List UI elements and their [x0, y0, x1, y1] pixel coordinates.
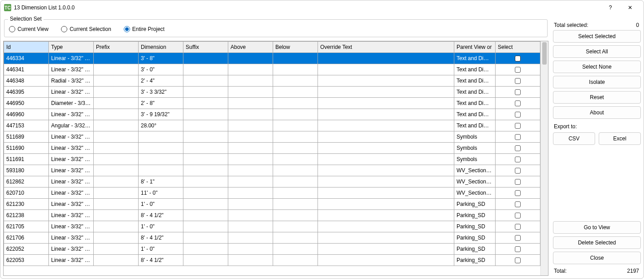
- checkbox-icon[interactable]: [515, 112, 521, 118]
- cell-select[interactable]: [496, 221, 540, 232]
- cell-parent[interactable]: Text and Dimen...: [454, 120, 496, 131]
- cell-prefix[interactable]: [94, 98, 139, 109]
- cell-id[interactable]: 621230: [4, 199, 49, 210]
- close-button[interactable]: Close: [553, 252, 641, 264]
- cell-dimension[interactable]: 11' - 0": [139, 187, 183, 199]
- cell-above[interactable]: [228, 221, 273, 232]
- checkbox-icon[interactable]: [515, 89, 521, 95]
- cell-parent[interactable]: Text and Dimen...: [454, 64, 496, 75]
- cell-suffix[interactable]: [183, 165, 228, 176]
- cell-above[interactable]: [228, 64, 273, 75]
- cell-suffix[interactable]: [183, 154, 228, 165]
- cell-select[interactable]: [496, 64, 540, 75]
- col-header-type[interactable]: Type: [49, 42, 94, 53]
- cell-select[interactable]: [496, 98, 540, 109]
- cell-suffix[interactable]: [183, 187, 228, 199]
- cell-below[interactable]: [273, 154, 318, 165]
- cell-override[interactable]: [318, 53, 454, 64]
- cell-select[interactable]: [496, 244, 540, 255]
- vertical-scrollbar[interactable]: [540, 41, 548, 275]
- cell-select[interactable]: [496, 165, 540, 176]
- cell-id[interactable]: 447153: [4, 120, 49, 131]
- table-row[interactable]: 446334Linear - 3/32" Tr...3' - 8"Text an…: [4, 53, 540, 64]
- cell-above[interactable]: [228, 143, 273, 154]
- col-header-select[interactable]: Select: [496, 42, 540, 53]
- cell-suffix[interactable]: [183, 75, 228, 87]
- cell-suffix[interactable]: [183, 221, 228, 232]
- checkbox-icon[interactable]: [515, 235, 521, 241]
- delete-selected-button[interactable]: Delete Selected: [553, 236, 641, 249]
- col-header-dimension[interactable]: Dimension: [139, 42, 183, 53]
- cell-dimension[interactable]: 3' - 3 3/32": [139, 87, 183, 98]
- cell-above[interactable]: [228, 244, 273, 255]
- cell-type[interactable]: Linear - 3/32" Tr...: [49, 64, 94, 75]
- cell-above[interactable]: [228, 98, 273, 109]
- cell-above[interactable]: [228, 187, 273, 199]
- cell-type[interactable]: Linear - 3/32" Tr...: [49, 165, 94, 176]
- checkbox-icon[interactable]: [515, 213, 521, 218]
- cell-parent[interactable]: Parking_SD: [454, 210, 496, 221]
- cell-parent[interactable]: Text and Dimen...: [454, 109, 496, 120]
- cell-dimension[interactable]: 1' - 0": [139, 221, 183, 232]
- cell-below[interactable]: [273, 244, 318, 255]
- checkbox-icon[interactable]: [515, 246, 521, 252]
- cell-select[interactable]: [496, 131, 540, 143]
- cell-below[interactable]: [273, 199, 318, 210]
- radio-entire-project[interactable]: Entire Project: [124, 26, 165, 32]
- cell-suffix[interactable]: [183, 87, 228, 98]
- cell-parent[interactable]: Symbols: [454, 143, 496, 154]
- cell-select[interactable]: [496, 255, 540, 266]
- cell-type[interactable]: Linear - 3/32" Tr...: [49, 210, 94, 221]
- cell-above[interactable]: [228, 154, 273, 165]
- cell-above[interactable]: [228, 165, 273, 176]
- radio-current-view[interactable]: Current View: [9, 26, 48, 32]
- cell-type[interactable]: Linear - 3/32" Tr...: [49, 143, 94, 154]
- cell-suffix[interactable]: [183, 255, 228, 266]
- reset-button[interactable]: Reset: [553, 91, 641, 104]
- cell-id[interactable]: 446960: [4, 109, 49, 120]
- cell-below[interactable]: [273, 98, 318, 109]
- cell-type[interactable]: Linear - 3/32" Tr...: [49, 221, 94, 232]
- cell-type[interactable]: Linear - 3/32" Tr...: [49, 199, 94, 210]
- cell-id[interactable]: 446950: [4, 98, 49, 109]
- cell-parent[interactable]: WV_Section at ...: [454, 187, 496, 199]
- cell-id[interactable]: 511689: [4, 131, 49, 143]
- cell-prefix[interactable]: [94, 75, 139, 87]
- cell-parent[interactable]: WV_Section at ...: [454, 176, 496, 187]
- cell-prefix[interactable]: [94, 221, 139, 232]
- cell-below[interactable]: [273, 232, 318, 244]
- cell-prefix[interactable]: [94, 199, 139, 210]
- cell-prefix[interactable]: [94, 210, 139, 221]
- cell-id[interactable]: 446395: [4, 87, 49, 98]
- cell-prefix[interactable]: [94, 120, 139, 131]
- cell-suffix[interactable]: [183, 176, 228, 187]
- checkbox-icon[interactable]: [515, 123, 521, 129]
- cell-above[interactable]: [228, 176, 273, 187]
- cell-dimension[interactable]: 3' - 8": [139, 53, 183, 64]
- cell-prefix[interactable]: [94, 64, 139, 75]
- col-header-id[interactable]: Id: [4, 42, 49, 53]
- cell-override[interactable]: [318, 255, 454, 266]
- table-row[interactable]: 612862Linear - 3/32" Tr...8' - 1"WV_Sect…: [4, 176, 540, 187]
- cell-prefix[interactable]: [94, 109, 139, 120]
- col-header-override[interactable]: Override Text: [318, 42, 454, 53]
- cell-dimension[interactable]: 1' - 0": [139, 244, 183, 255]
- cell-parent[interactable]: Text and Dimen...: [454, 53, 496, 64]
- cell-above[interactable]: [228, 255, 273, 266]
- col-header-suffix[interactable]: Suffix: [183, 42, 228, 53]
- cell-dimension[interactable]: 8' - 1": [139, 176, 183, 187]
- cell-override[interactable]: [318, 143, 454, 154]
- cell-dimension[interactable]: 28.00°: [139, 120, 183, 131]
- isolate-button[interactable]: Isolate: [553, 76, 641, 88]
- cell-dimension[interactable]: 8' - 4 1/2": [139, 232, 183, 244]
- checkbox-icon[interactable]: [515, 257, 521, 263]
- table-row[interactable]: 622052Linear - 3/32" Tr...1' - 0"Parking…: [4, 244, 540, 255]
- cell-suffix[interactable]: [183, 143, 228, 154]
- cell-select[interactable]: [496, 176, 540, 187]
- checkbox-icon[interactable]: [515, 67, 521, 73]
- cell-select[interactable]: [496, 87, 540, 98]
- cell-below[interactable]: [273, 143, 318, 154]
- cell-prefix[interactable]: [94, 244, 139, 255]
- checkbox-icon[interactable]: [515, 190, 521, 196]
- select-all-button[interactable]: Select All: [553, 45, 641, 58]
